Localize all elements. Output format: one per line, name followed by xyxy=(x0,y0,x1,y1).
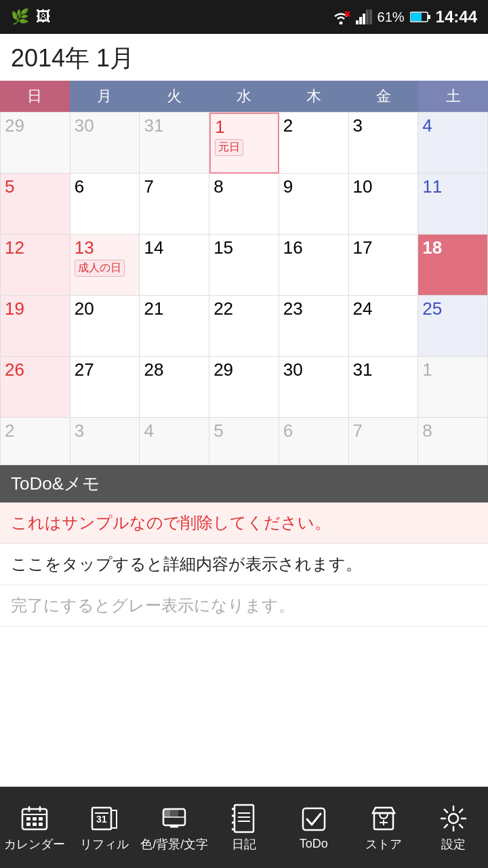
cal-cell[interactable]: 19 xyxy=(1,296,70,357)
month-title: 2014年 1月 xyxy=(11,44,134,72)
cal-cell[interactable]: 5 xyxy=(1,174,70,235)
svg-rect-7 xyxy=(369,9,372,24)
nav-label-refill: リフィル xyxy=(80,836,129,852)
nav-item-settings[interactable]: 設定 xyxy=(418,804,488,852)
todo-item-text-1: これはサンプルなので削除してください。 xyxy=(11,513,331,532)
nav-label-diary: 日記 xyxy=(232,836,256,852)
cal-cell[interactable]: 5 xyxy=(209,418,279,465)
nav-item-diary[interactable]: 日記 xyxy=(209,804,279,852)
svg-point-0 xyxy=(339,22,342,25)
cal-cell-holiday[interactable]: 13 成人の日 xyxy=(70,235,140,296)
nav-label-color: 色/背景/文字 xyxy=(140,836,208,852)
cal-cell[interactable]: 6 xyxy=(279,418,349,465)
nav-label-settings: 設定 xyxy=(441,836,466,852)
svg-rect-10 xyxy=(411,13,422,21)
cal-cell[interactable]: 29 xyxy=(209,357,279,418)
cal-cell[interactable]: 8 xyxy=(209,174,279,235)
cal-cell[interactable]: 16 xyxy=(279,235,349,296)
day-header-fri: 金 xyxy=(348,81,418,112)
cal-cell[interactable]: 26 xyxy=(1,357,70,418)
nav-item-color[interactable]: 色/背景/文字 xyxy=(140,804,209,852)
cal-cell[interactable]: 3 xyxy=(70,418,140,465)
todo-icon xyxy=(299,804,329,834)
cal-cell[interactable]: 1 xyxy=(418,357,488,418)
battery-icon xyxy=(410,11,430,23)
cal-cell[interactable]: 23 xyxy=(279,296,349,357)
nav-item-store[interactable]: ストア xyxy=(348,804,418,852)
cal-cell[interactable]: 30 xyxy=(70,113,140,174)
day-header-mon: 月 xyxy=(70,81,140,112)
cal-cell[interactable]: 4 xyxy=(418,113,488,174)
cal-cell[interactable]: 14 xyxy=(140,235,209,296)
cal-cell[interactable]: 29 xyxy=(1,113,70,174)
cal-cell-today[interactable]: 18 xyxy=(418,235,488,296)
svg-point-36 xyxy=(449,814,458,823)
cal-cell[interactable]: 9 xyxy=(279,174,349,235)
nav-item-refill[interactable]: 31 リフィル xyxy=(70,804,140,852)
svg-rect-17 xyxy=(39,817,43,821)
svg-rect-6 xyxy=(366,9,369,24)
cal-cell[interactable]: 15 xyxy=(209,235,279,296)
svg-rect-5 xyxy=(363,14,365,24)
svg-rect-15 xyxy=(26,817,30,821)
time-display: 14:44 xyxy=(436,7,477,26)
cal-cell[interactable]: 21 xyxy=(140,296,209,357)
cal-cell-holiday[interactable]: 1 元日 xyxy=(209,113,279,174)
cal-cell[interactable]: 30 xyxy=(279,357,349,418)
svg-rect-4 xyxy=(359,17,362,24)
cal-cell[interactable]: 7 xyxy=(140,174,209,235)
nav-label-store: ストア xyxy=(365,836,402,852)
cal-cell[interactable]: 28 xyxy=(140,357,209,418)
todo-item-3[interactable]: 完了にするとグレー表示になります。 xyxy=(0,585,488,627)
bottom-nav: カレンダー 31 リフィル 色/背景/文字 xyxy=(0,787,488,868)
diary-icon xyxy=(229,804,259,833)
svg-rect-27 xyxy=(170,809,178,817)
cal-cell[interactable]: 6 xyxy=(70,174,140,235)
cal-cell[interactable]: 12 xyxy=(1,235,70,296)
cal-cell[interactable]: 20 xyxy=(70,296,140,357)
cal-cell[interactable]: 2 xyxy=(279,113,349,174)
leaf-icon: 🌿 xyxy=(11,8,29,26)
todo-item-1[interactable]: これはサンプルなので削除してください。 xyxy=(0,502,488,544)
svg-text:31: 31 xyxy=(96,814,107,825)
day-header-sun: 日 xyxy=(0,81,70,112)
calendar-icon xyxy=(20,804,49,833)
wifi-icon xyxy=(331,9,350,24)
svg-rect-9 xyxy=(428,15,430,19)
cal-cell[interactable]: 22 xyxy=(209,296,279,357)
image-icon: 🖼 xyxy=(36,8,51,26)
cal-cell[interactable]: 25 xyxy=(418,296,488,357)
cal-cell[interactable]: 3 xyxy=(349,113,419,174)
battery-percent: 61% xyxy=(378,9,405,25)
todo-section-header: ToDo&メモ xyxy=(0,465,488,502)
cal-cell[interactable]: 31 xyxy=(140,113,209,174)
store-icon xyxy=(369,804,399,833)
calendar-grid: 29 30 31 1 元日 2 3 4 5 6 7 8 9 10 11 12 1… xyxy=(0,112,488,465)
cal-cell[interactable]: 10 xyxy=(349,174,419,235)
cal-cell[interactable]: 4 xyxy=(140,418,209,465)
cal-cell[interactable]: 17 xyxy=(349,235,419,296)
day-header-tue: 火 xyxy=(140,81,209,112)
svg-rect-3 xyxy=(356,20,359,24)
cal-cell[interactable]: 24 xyxy=(349,296,419,357)
svg-rect-26 xyxy=(163,809,170,817)
calendar-container: 日 月 火 水 木 金 土 29 30 31 1 元日 2 3 4 5 6 7 … xyxy=(0,81,488,465)
cal-cell[interactable]: 8 xyxy=(418,418,488,465)
day-header-wed: 水 xyxy=(209,81,279,112)
nav-item-calendar[interactable]: カレンダー xyxy=(0,804,70,852)
nav-item-todo[interactable]: ToDo xyxy=(279,804,348,851)
cal-cell[interactable]: 7 xyxy=(349,418,419,465)
cal-cell[interactable]: 31 xyxy=(349,357,419,418)
todo-section: ToDo&メモ これはサンプルなので削除してください。 ここをタップすると詳細内… xyxy=(0,465,488,627)
cal-cell[interactable]: 2 xyxy=(1,418,70,465)
day-header-thu: 木 xyxy=(279,81,348,112)
cal-cell[interactable]: 27 xyxy=(70,357,140,418)
signal-icon xyxy=(356,9,372,24)
status-bar-right: 61% 14:44 xyxy=(331,7,477,26)
cal-cell[interactable]: 11 xyxy=(418,174,488,235)
day-header-sat: 土 xyxy=(418,81,488,112)
day-headers: 日 月 火 水 木 金 土 xyxy=(0,81,488,112)
todo-header-text: ToDo&メモ xyxy=(11,473,100,494)
todo-item-2[interactable]: ここをタップすると詳細内容が表示されます。 xyxy=(0,544,488,585)
settings-icon xyxy=(439,804,468,833)
